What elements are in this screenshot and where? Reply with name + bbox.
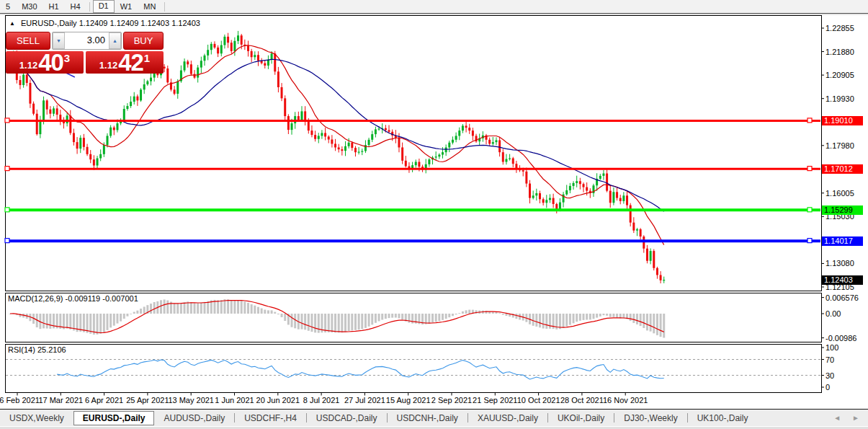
tab-usdchf-h4[interactable]: USDCHF-,H4 [235, 411, 306, 425]
tabs-scroll-right-icon[interactable]: ► [852, 414, 859, 422]
tab-xauusd-daily[interactable]: XAUUSD-,Daily [468, 411, 547, 425]
price-level-badge: 1.17012 [822, 164, 863, 174]
tab-usdcnh-daily[interactable]: USDCNH-,Daily [388, 411, 467, 425]
rsi-axis-label: 0 [826, 383, 830, 392]
current-price-badge: 1.12403 [822, 275, 863, 285]
hline-handle[interactable] [807, 118, 812, 123]
chart-title-symbol: EURUSD-,Daily [21, 19, 77, 27]
tab-dj30-weekly[interactable]: DJ30-,Weekly [614, 411, 686, 425]
y-axis-label: 1.13080 [826, 259, 854, 267]
x-axis-label: 13 May 2021 [168, 396, 214, 404]
tab-usdx-weekly[interactable]: USDX,Weekly [0, 411, 73, 425]
x-axis-label: 2 Sep 2021 [431, 396, 472, 404]
rsi-axis-label: 30 [826, 371, 834, 380]
bid-price-display[interactable]: 1.12 40 3 [6, 51, 84, 74]
y-axis-label: 1.19930 [826, 94, 854, 103]
x-axis-label: 26 Feb 2021 [0, 396, 40, 404]
buy-button[interactable]: BUY [123, 32, 164, 50]
macd-axis-label: -0.00986 [826, 334, 856, 342]
hline-handle[interactable] [5, 167, 9, 171]
chart-title-ohlc: 1.12409 1.12409 1.12403 1.12403 [79, 19, 200, 27]
x-axis-label: 27 Jul 2021 [344, 396, 385, 404]
tab-eurusd-daily[interactable]: EURUSD-,Daily [73, 411, 155, 425]
price-level-badge: 1.14017 [822, 236, 863, 246]
hline-handle[interactable] [5, 239, 9, 243]
collapse-icon[interactable]: ▲ [9, 20, 15, 27]
rsi-indicator-label: RSI(14) 25.2106 [8, 345, 66, 354]
hline-handle[interactable] [807, 167, 812, 171]
ask-price-sup: 1 [144, 52, 150, 64]
ma-slow-line [10, 57, 664, 211]
y-axis-label: 1.17980 [826, 141, 854, 150]
chart-title: ▲ EURUSD-,Daily 1.12409 1.12409 1.12403 … [9, 19, 200, 27]
x-axis-label: 28 Oct 2021 [560, 396, 604, 404]
symbol-tabbar: USDX,WeeklyEURUSD-,DailyAUDUSD-,DailyUSD… [0, 409, 868, 426]
tab-usdcad-daily[interactable]: USDCAD-,Daily [307, 411, 387, 425]
bid-price-head: 1.12 [19, 60, 37, 71]
x-axis-label: 10 Oct 2021 [517, 396, 560, 404]
price-level-badge: 1.15299 [822, 205, 863, 215]
x-axis-label: 20 Jun 2021 [256, 396, 300, 404]
bid-price-big: 40 [38, 53, 63, 73]
tab-audusd-daily[interactable]: AUDUSD-,Daily [154, 411, 234, 425]
tab-ukoil-daily[interactable]: UKOil-,Daily [548, 411, 614, 425]
volume-decrease-button[interactable]: ▼ [53, 32, 65, 49]
bid-price-sup: 3 [64, 52, 70, 64]
tabs-scroll-left-icon[interactable]: ◄ [833, 414, 841, 422]
ask-price-big: 42 [118, 53, 143, 73]
volume-input[interactable]: 3.00 [65, 32, 109, 49]
one-click-trade-panel: SELL ▼ 3.00 ▲ BUY 1.12 40 3 1.12 42 1 [6, 32, 164, 74]
x-axis-label: 6 Apr 2021 [85, 396, 123, 404]
x-axis-label: 8 Jul 2021 [303, 396, 340, 404]
macd-indicator-label: MACD(12,26,9) -0.009119 -0.007001 [8, 294, 138, 303]
macd-axis-label: 0.00 [826, 309, 841, 318]
x-axis-label: 1 Jun 2021 [215, 396, 254, 404]
ask-price-head: 1.12 [99, 60, 117, 71]
ask-price-display[interactable]: 1.12 42 1 [86, 51, 164, 74]
tab-uk100-daily[interactable]: UK100-,Daily [688, 411, 758, 425]
y-axis-label: 1.20905 [826, 71, 854, 79]
volume-group: ▼ 3.00 ▲ [52, 32, 122, 50]
x-axis-label: 16 Nov 2021 [603, 396, 648, 404]
y-axis-label: 1.21880 [826, 48, 854, 56]
hline-handle[interactable] [5, 208, 9, 212]
y-axis-label: 1.22855 [826, 24, 854, 32]
volume-increase-button[interactable]: ▲ [109, 32, 121, 49]
y-axis-label: 1.16005 [826, 189, 854, 198]
hline-handle[interactable] [5, 118, 9, 123]
hline-handle[interactable] [807, 208, 812, 212]
price-level-badge: 1.19010 [822, 116, 863, 125]
x-axis-label: 25 Apr 2021 [126, 396, 169, 404]
rsi-axis-label: 100 [826, 343, 838, 352]
x-axis-label: 17 Mar 2021 [38, 396, 83, 404]
macd-axis-label: 0.006576 [826, 293, 859, 302]
x-axis-label: 15 Aug 2021 [386, 396, 431, 404]
ma-fast-line [10, 45, 664, 245]
sell-button[interactable]: SELL [6, 32, 50, 50]
x-axis-label: 21 Sep 2021 [473, 396, 517, 404]
hline-handle[interactable] [807, 239, 812, 243]
rsi-axis-label: 70 [826, 355, 834, 364]
pane-border [6, 345, 822, 393]
rsi-line [57, 360, 664, 379]
